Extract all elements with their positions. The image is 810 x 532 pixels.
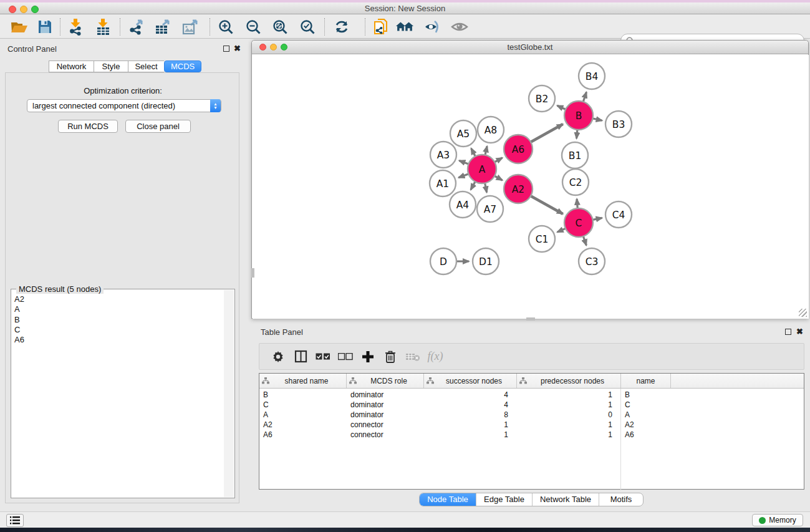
criterion-dropdown[interactable]: largest connected component (directed) ▲…: [27, 99, 221, 112]
save-session-button[interactable]: [36, 17, 54, 36]
result-item[interactable]: B: [14, 315, 24, 325]
open-session-button[interactable]: [10, 17, 29, 36]
table-panel-float-icon[interactable]: [785, 329, 791, 335]
table-cell[interactable]: dominator: [347, 410, 424, 420]
graph-node-label: B: [576, 110, 582, 122]
table-cell[interactable]: A6: [259, 430, 347, 440]
table-cell[interactable]: B: [259, 390, 347, 400]
result-scrollbar[interactable]: [224, 290, 234, 497]
table-row[interactable]: A6connector11A6: [259, 430, 804, 440]
tab-style[interactable]: Style: [94, 60, 128, 72]
deselect-all-columns-button[interactable]: [334, 347, 357, 366]
table-row[interactable]: Cdominator41C: [259, 400, 804, 410]
result-item[interactable]: A2: [14, 294, 24, 304]
add-row-button[interactable]: [357, 347, 379, 366]
hide-panels-button[interactable]: [423, 17, 441, 36]
table-cell[interactable]: 1: [517, 400, 621, 410]
control-panel-close-icon[interactable]: ✖: [234, 45, 241, 52]
result-item[interactable]: C: [14, 325, 24, 335]
show-panels-button[interactable]: [450, 17, 469, 36]
column-header-name[interactable]: name: [621, 374, 671, 388]
toolbar-separator: [120, 18, 120, 36]
tab-motifs[interactable]: Motifs: [599, 493, 643, 506]
table-cell[interactable]: 1: [424, 430, 517, 440]
export-image-button[interactable]: [181, 17, 200, 36]
tab-network-table[interactable]: Network Table: [533, 493, 599, 506]
zoom-out-button[interactable]: [244, 17, 263, 36]
table-cell[interactable]: dominator: [347, 400, 424, 410]
graph-node-label: D1: [479, 256, 493, 268]
table-cell[interactable]: connector: [347, 430, 424, 440]
table-cell[interactable]: A: [259, 410, 347, 420]
tab-network[interactable]: Network: [49, 60, 94, 72]
select-all-columns-button[interactable]: [312, 347, 334, 366]
task-history-button[interactable]: [6, 514, 24, 527]
export-network-icon: [128, 19, 145, 35]
export-network-button[interactable]: [127, 17, 145, 36]
table-cell[interactable]: 1: [517, 430, 621, 440]
optimization-criterion-label: Optimization criterion:: [6, 86, 240, 95]
graph-node-label: A8: [485, 125, 497, 136]
table-row[interactable]: Bdominator41B: [259, 390, 804, 400]
delete-table-button[interactable]: [402, 347, 424, 366]
duplicate-network-button[interactable]: [372, 17, 390, 36]
function-builder-button[interactable]: f(x): [424, 347, 446, 366]
mcds-result-title: MCDS result (5 nodes): [16, 284, 104, 294]
tab-mcds[interactable]: MCDS: [164, 60, 201, 72]
table-cell[interactable]: 8: [424, 410, 517, 420]
list-icon: [10, 516, 20, 525]
table-cell[interactable]: B: [621, 390, 671, 400]
result-item[interactable]: A: [14, 304, 24, 314]
column-type-icon: [262, 377, 269, 384]
table-cell[interactable]: 1: [517, 420, 621, 430]
table-settings-button[interactable]: [267, 347, 289, 366]
table-cell[interactable]: 4: [424, 400, 517, 410]
import-network-button[interactable]: [66, 17, 85, 36]
delete-row-button[interactable]: [379, 347, 402, 366]
table-panel-close-icon[interactable]: ✖: [796, 328, 803, 335]
trash-icon: [384, 350, 397, 364]
mcds-result-list[interactable]: A2ABCA6: [14, 294, 24, 345]
run-mcds-button[interactable]: Run MCDS: [58, 120, 118, 133]
network-window-titlebar[interactable]: testGlobe.txt: [252, 41, 808, 54]
table-cell[interactable]: A2: [259, 420, 347, 430]
column-header-shared-name[interactable]: shared name: [259, 374, 347, 388]
network-canvas[interactable]: AA1A2A3A4A5A6A7A8BB1B2B3B4CC1C2C3C4DD1: [253, 55, 809, 319]
window-resize-grip[interactable]: [799, 309, 807, 317]
table-cell[interactable]: 1: [424, 420, 517, 430]
column-header-MCDS-role[interactable]: MCDS role: [347, 374, 424, 388]
tab-edge-table[interactable]: Edge Table: [476, 493, 533, 506]
vertical-scroll-thumb[interactable]: [251, 268, 254, 278]
column-header-successor-nodes[interactable]: successor nodes: [424, 374, 517, 388]
table-cell[interactable]: 1: [517, 390, 621, 400]
table-cell[interactable]: connector: [347, 420, 424, 430]
insert-column-button[interactable]: [289, 347, 312, 366]
tab-node-table[interactable]: Node Table: [420, 493, 476, 506]
table-cell[interactable]: 0: [517, 410, 621, 420]
table-cell[interactable]: A6: [621, 430, 671, 440]
table-row[interactable]: Adominator80A: [259, 410, 804, 420]
import-table-button[interactable]: [94, 17, 112, 36]
refresh-button[interactable]: [332, 17, 351, 36]
zoom-selected-button[interactable]: [298, 17, 317, 36]
table-row[interactable]: A2connector11A2: [259, 420, 804, 430]
home-button[interactable]: [395, 17, 414, 36]
export-table-button[interactable]: [153, 17, 172, 36]
zoom-in-button[interactable]: [216, 17, 235, 36]
table-cell[interactable]: dominator: [347, 390, 424, 400]
tab-select[interactable]: Select: [128, 60, 164, 72]
control-panel-float-icon[interactable]: [223, 46, 229, 52]
table-cell[interactable]: A: [621, 410, 671, 420]
horizontal-scroll-thumb[interactable]: [526, 317, 535, 321]
zoom-fit-button[interactable]: [271, 17, 289, 36]
table-cell[interactable]: 4: [424, 390, 517, 400]
export-image-icon: [182, 19, 199, 35]
close-panel-button[interactable]: Close panel: [125, 120, 191, 133]
table-cell[interactable]: A2: [621, 420, 671, 430]
gear-icon: [271, 350, 285, 364]
table-cell[interactable]: C: [259, 400, 347, 410]
table-cell[interactable]: C: [621, 400, 671, 410]
column-header-predecessor-nodes[interactable]: predecessor nodes: [517, 374, 621, 388]
memory-button[interactable]: Memory: [752, 514, 803, 526]
result-item[interactable]: A6: [14, 335, 24, 345]
